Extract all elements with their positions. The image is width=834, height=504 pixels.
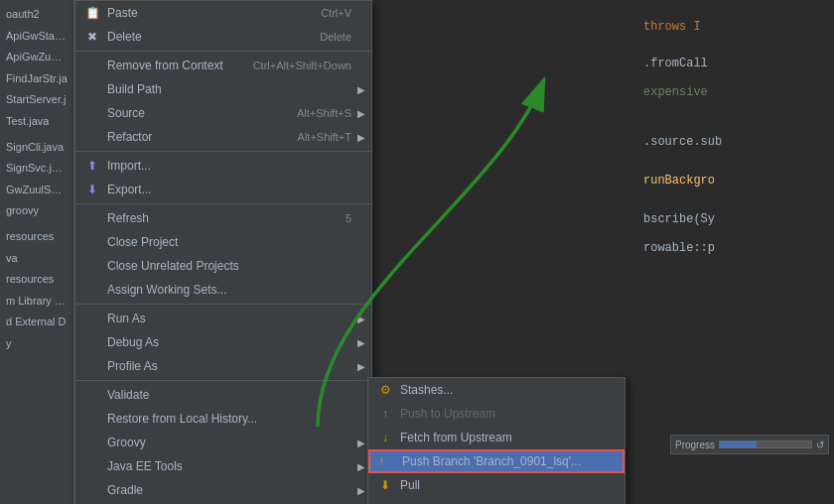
- sidebar-item-resources1[interactable]: resources: [0, 226, 73, 248]
- push-branch-label: Push Branch 'Branch_0901_lsq'...: [402, 454, 581, 468]
- pull-icon: ⬇: [376, 476, 394, 494]
- gradle-label: Gradle: [107, 483, 351, 497]
- sidebar-item-signcli[interactable]: SignCli.java: [0, 137, 73, 159]
- menu-item-profile-as[interactable]: Profile As ▶: [75, 354, 371, 378]
- remove-context-shortcut: Ctrl+Alt+Shift+Down: [253, 60, 351, 71]
- progress-bar-fill: [720, 441, 757, 447]
- progress-refresh-icon[interactable]: ↺: [816, 440, 824, 450]
- menu-item-restore-local[interactable]: Restore from Local History...: [75, 407, 371, 431]
- fetch-upstream-label: Fetch from Upstream: [400, 431, 605, 444]
- validate-icon: [83, 386, 101, 404]
- sidebar-item-groovy[interactable]: groovy: [0, 200, 73, 222]
- gradle-arrow: ▶: [357, 485, 365, 496]
- profile-as-label: Profile As: [107, 359, 351, 373]
- code-line-2: .fromCall: [643, 55, 826, 73]
- groovy-label: Groovy: [107, 436, 351, 449]
- sidebar-item-oauth2[interactable]: oauth2: [0, 4, 73, 26]
- menu-item-run-as[interactable]: Run As ▶: [75, 307, 371, 330]
- menu-item-stashes[interactable]: ⚙ Stashes...: [368, 378, 625, 402]
- menu-item-build-path[interactable]: Build Path ▶: [75, 77, 371, 101]
- fetch-upstream-icon: ↓: [376, 429, 394, 446]
- refresh-shortcut: 5: [346, 212, 351, 224]
- remove-context-label: Remove from Context: [107, 59, 233, 72]
- menu-item-export[interactable]: ⬇ Export...: [75, 178, 371, 201]
- pull-dialog-icon: ⬇: [376, 500, 394, 504]
- menu-item-fetch-upstream[interactable]: ↓ Fetch from Upstream: [368, 426, 625, 449]
- menu-item-import[interactable]: ⬆ Import...: [75, 154, 371, 178]
- import-icon: ⬆: [83, 157, 101, 175]
- profile-icon: [83, 357, 101, 375]
- code-line-4: .source.sub: [643, 133, 826, 152]
- menu-item-groovy[interactable]: Groovy ▶: [75, 431, 371, 454]
- refactor-shortcut: Alt+Shift+T: [298, 131, 351, 143]
- separator-4: [75, 304, 371, 305]
- menu-item-push-branch[interactable]: ↑ Push Branch 'Branch_0901_lsq'...: [368, 449, 625, 473]
- run-as-arrow: ▶: [357, 314, 365, 324]
- paste-label: Paste: [107, 6, 301, 20]
- build-path-label: Build Path: [107, 82, 351, 96]
- paste-icon: 📋: [83, 4, 101, 22]
- groovy-arrow: ▶: [357, 438, 365, 448]
- menu-item-javaee-tools[interactable]: Java EE Tools ▶: [75, 454, 371, 478]
- menu-item-close-unrelated[interactable]: Close Unrelated Projects: [75, 254, 371, 278]
- delete-icon: ✖: [83, 28, 101, 46]
- menu-item-close-project[interactable]: Close Project: [75, 230, 371, 254]
- javaee-icon: [83, 457, 101, 475]
- export-label: Export...: [107, 183, 351, 196]
- pull-label: Pull: [400, 478, 605, 492]
- menu-item-delete[interactable]: ✖ Delete Delete: [75, 25, 371, 49]
- push-branch-icon: ↑: [378, 454, 396, 468]
- menu-item-remove-context[interactable]: Remove from Context Ctrl+Alt+Shift+Down: [75, 54, 371, 77]
- sidebar-item-resources2[interactable]: resources: [0, 269, 73, 291]
- restore-icon: [83, 410, 101, 428]
- run-as-label: Run As: [107, 312, 351, 325]
- refresh-icon: [83, 209, 101, 227]
- menu-item-validate[interactable]: Validate: [75, 383, 371, 407]
- assign-icon: [83, 281, 101, 299]
- code-line-3: expensive: [643, 83, 826, 102]
- menu-item-pull-dialog[interactable]: ⬇ Pull...: [368, 497, 625, 504]
- debug-as-arrow: ▶: [357, 337, 365, 348]
- sidebar-item-gwzuulservi[interactable]: GwZuulServi: [0, 180, 73, 201]
- sidebar-item-testjava[interactable]: Test.java: [0, 111, 73, 133]
- close-unrelated-icon: [83, 257, 101, 275]
- sidebar-item-findjarstr[interactable]: FindJarStr.ja: [0, 68, 73, 90]
- refactor-icon: [83, 128, 101, 146]
- close-project-label: Close Project: [107, 235, 351, 249]
- sidebar-item-y[interactable]: y: [0, 333, 73, 355]
- export-icon: ⬇: [83, 181, 101, 198]
- remove-icon: [83, 57, 101, 74]
- menu-item-push-upstream[interactable]: ↑ Push to Upstream: [368, 402, 625, 426]
- debug-icon: [83, 333, 101, 351]
- sidebar-item-signsvc[interactable]: SignSvc.java: [0, 158, 73, 180]
- sidebar-item-dexternal[interactable]: d External D: [0, 312, 73, 333]
- menu-item-source[interactable]: Source Alt+Shift+S ▶: [75, 101, 371, 125]
- validate-label: Validate: [107, 388, 351, 402]
- javaee-tools-label: Java EE Tools: [107, 459, 351, 473]
- code-line-6: bscribe(Sy: [643, 210, 826, 229]
- build-path-arrow: ▶: [357, 84, 365, 95]
- menu-item-gradle[interactable]: Gradle ▶: [75, 478, 371, 502]
- sidebar-item-apigwstatus[interactable]: ApiGwStatus: [0, 26, 73, 48]
- sidebar-item-va[interactable]: va: [0, 248, 73, 270]
- file-sidebar: oauth2 ApiGwStatus ApiGwZuulFi FindJarSt…: [0, 0, 74, 504]
- push-upstream-label: Push to Upstream: [400, 407, 605, 421]
- sidebar-item-mlibrary[interactable]: m Library [Ja: [0, 291, 73, 313]
- sidebar-item-startserver[interactable]: StartServer.j: [0, 89, 73, 111]
- source-shortcut: Alt+Shift+S: [297, 107, 351, 119]
- gradle-icon: [83, 481, 101, 499]
- source-label: Source: [107, 106, 277, 120]
- separator-2: [75, 151, 371, 152]
- refactor-arrow: ▶: [357, 132, 365, 143]
- menu-item-refresh[interactable]: Refresh 5: [75, 206, 371, 230]
- delete-label: Delete: [107, 30, 300, 44]
- menu-item-refactor[interactable]: Refactor Alt+Shift+T ▶: [75, 125, 371, 149]
- menu-item-paste[interactable]: 📋 Paste Ctrl+V: [75, 1, 371, 25]
- menu-item-pull[interactable]: ⬇ Pull: [368, 473, 625, 497]
- sidebar-item-apigwzuulfi[interactable]: ApiGwZuulFi: [0, 47, 73, 68]
- code-area: throws I .fromCall expensive .source.sub…: [635, 0, 834, 504]
- stashes-icon: ⚙: [376, 381, 394, 399]
- import-label: Import...: [107, 159, 351, 173]
- menu-item-assign-working-sets[interactable]: Assign Working Sets...: [75, 278, 371, 302]
- menu-item-debug-as[interactable]: Debug As ▶: [75, 330, 371, 354]
